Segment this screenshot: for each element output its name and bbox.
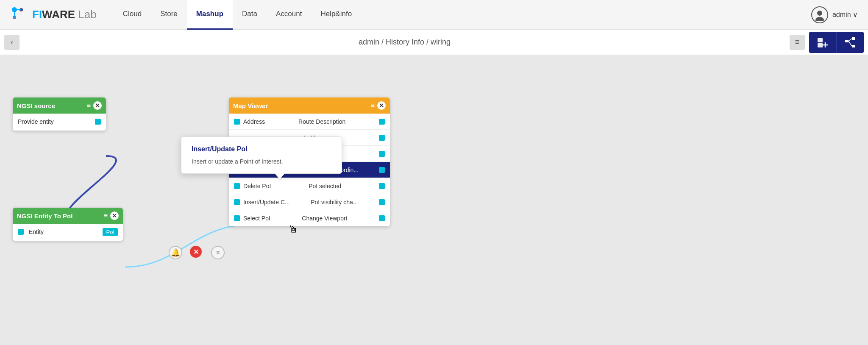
map-viewer-left-0: Address bbox=[243, 118, 265, 125]
breadcrumb-bar: ‹ admin / History Info / wiring ≡ bbox=[0, 30, 868, 55]
tooltip-title: Insert/Update PoI bbox=[192, 145, 331, 153]
map-viewer-title: Map Viewer bbox=[233, 102, 268, 109]
ngsi-entity-label: Entity bbox=[29, 228, 44, 235]
svg-rect-13 bbox=[852, 45, 855, 47]
user-avatar[interactable] bbox=[811, 6, 828, 23]
nav-mashup[interactable]: Mashup bbox=[187, 0, 233, 30]
nav-right: admin ∨ bbox=[811, 6, 858, 23]
map-viewer-port-right-6[interactable] bbox=[379, 215, 385, 221]
nav-helpinfo[interactable]: Help&info bbox=[311, 0, 361, 30]
map-viewer-right-4: PoI selected bbox=[309, 183, 341, 189]
ngsi-source-provide-entity-label: Provide entity bbox=[18, 118, 54, 125]
ngsi-source-header: NGSI source ≡ ✕ bbox=[13, 97, 106, 114]
map-viewer-row-5: Insert/Update C... PoI visibility cha... bbox=[229, 194, 390, 210]
svg-rect-11 bbox=[845, 40, 849, 42]
nav-store[interactable]: Store bbox=[151, 0, 187, 30]
user-icon bbox=[814, 9, 826, 21]
map-viewer-port-right-0[interactable] bbox=[379, 119, 385, 125]
nav-account[interactable]: Account bbox=[267, 0, 311, 30]
ngsi-entity-row: Entity PoI bbox=[13, 224, 123, 240]
svg-point-5 bbox=[817, 11, 822, 16]
diagram-icon bbox=[844, 36, 856, 48]
tooltip-popup: Insert/Update PoI Insert or update a Poi… bbox=[181, 136, 342, 174]
nav-links: Cloud Store Mashup Data Account Help&inf… bbox=[114, 0, 811, 30]
back-button[interactable]: ‹ bbox=[4, 35, 19, 50]
svg-point-6 bbox=[815, 17, 824, 21]
notification-bell[interactable]: 🔔 bbox=[169, 246, 182, 259]
diagram-button[interactable] bbox=[837, 32, 864, 53]
ngsi-source-widget: NGSI source ≡ ✕ Provide entity bbox=[13, 97, 106, 131]
hamburger-menu-circle[interactable]: ≡ bbox=[211, 246, 225, 259]
map-viewer-left-5: Insert/Update C... bbox=[243, 199, 290, 206]
ngsi-entity-left-port[interactable] bbox=[18, 229, 24, 235]
menu-icon-button[interactable]: ≡ bbox=[790, 35, 805, 50]
action-buttons bbox=[809, 32, 864, 53]
user-label: admin ∨ bbox=[832, 11, 858, 19]
ngsi-entity-menu-icon[interactable]: ≡ bbox=[104, 212, 108, 220]
svg-rect-10 bbox=[818, 43, 823, 47]
ngsi-entity-body: Entity PoI bbox=[13, 224, 123, 241]
ngsi-source-body: Provide entity bbox=[13, 114, 106, 131]
map-viewer-left-4: Delete PoI bbox=[243, 183, 271, 189]
error-circle-2[interactable]: ✕ bbox=[190, 246, 202, 258]
map-viewer-menu-icon[interactable]: ≡ bbox=[371, 102, 375, 109]
map-viewer-row-6: Select PoI Change Viewport bbox=[229, 210, 390, 226]
map-viewer-port-right-4[interactable] bbox=[379, 183, 385, 189]
map-viewer-right-0: Route Description bbox=[298, 118, 345, 125]
map-viewer-row-4: Delete PoI PoI selected bbox=[229, 178, 390, 194]
map-viewer-row-0: Address Route Description bbox=[229, 114, 390, 130]
poi-tag[interactable]: PoI bbox=[103, 228, 118, 236]
map-viewer-right-6: Change Viewport bbox=[302, 215, 347, 222]
tooltip-arrow bbox=[275, 173, 285, 179]
map-viewer-header: Map Viewer ≡ ✕ bbox=[229, 97, 390, 114]
ngsi-entity-icons: ≡ ✕ bbox=[104, 211, 119, 220]
ngsi-entity-widget: NGSI Entity To PoI ≡ ✕ Entity PoI bbox=[13, 208, 123, 241]
logo: FIWARE Lab bbox=[10, 6, 97, 24]
logo-icon bbox=[10, 6, 29, 24]
tooltip-description: Insert or update a Point of Interest. bbox=[192, 158, 331, 165]
add-widget-icon bbox=[817, 36, 829, 48]
add-widget-button[interactable] bbox=[809, 32, 837, 53]
ngsi-source-icons: ≡ ✕ bbox=[87, 101, 102, 110]
map-viewer-left-6: Select PoI bbox=[243, 215, 270, 222]
canvas: NGSI source ≡ ✕ Provide entity ✕ NGSI En… bbox=[0, 55, 868, 345]
svg-line-14 bbox=[849, 39, 852, 41]
nav-cloud[interactable]: Cloud bbox=[114, 0, 151, 30]
map-viewer-port-right-3[interactable] bbox=[379, 167, 385, 173]
ngsi-source-menu-icon[interactable]: ≡ bbox=[87, 102, 91, 109]
map-viewer-icons: ≡ ✕ bbox=[371, 101, 386, 110]
ngsi-source-provide-entity-row: Provide entity bbox=[13, 114, 106, 130]
ngsi-entity-header: NGSI Entity To PoI ≡ ✕ bbox=[13, 208, 123, 224]
map-viewer-port-left-5[interactable] bbox=[234, 199, 240, 205]
navbar: FIWARE Lab Cloud Store Mashup Data Accou… bbox=[0, 0, 868, 30]
map-viewer-close-button[interactable]: ✕ bbox=[377, 101, 386, 110]
map-viewer-port-right-2[interactable] bbox=[379, 151, 385, 157]
nav-data[interactable]: Data bbox=[233, 0, 267, 30]
map-viewer-port-left-6[interactable] bbox=[234, 215, 240, 221]
map-viewer-port-right-5[interactable] bbox=[379, 199, 385, 205]
map-viewer-right-5: PoI visibility cha... bbox=[311, 199, 358, 206]
breadcrumb-text: admin / History Info / wiring bbox=[25, 38, 785, 47]
map-viewer-port-left-4[interactable] bbox=[234, 183, 240, 189]
map-viewer-port-right-1[interactable] bbox=[379, 135, 385, 141]
ngsi-source-provide-entity-port[interactable] bbox=[95, 119, 101, 125]
ngsi-entity-close-button[interactable]: ✕ bbox=[110, 211, 119, 220]
ngsi-entity-title: NGSI Entity To PoI bbox=[17, 212, 72, 220]
svg-rect-12 bbox=[852, 37, 855, 40]
svg-line-15 bbox=[849, 41, 852, 46]
connection-lines bbox=[0, 55, 868, 345]
svg-rect-7 bbox=[818, 38, 823, 42]
ngsi-source-close-button[interactable]: ✕ bbox=[93, 101, 102, 110]
map-viewer-port-left-0[interactable] bbox=[234, 119, 240, 125]
logo-text: FIWARE Lab bbox=[32, 8, 97, 21]
ngsi-source-title: NGSI source bbox=[17, 102, 55, 109]
